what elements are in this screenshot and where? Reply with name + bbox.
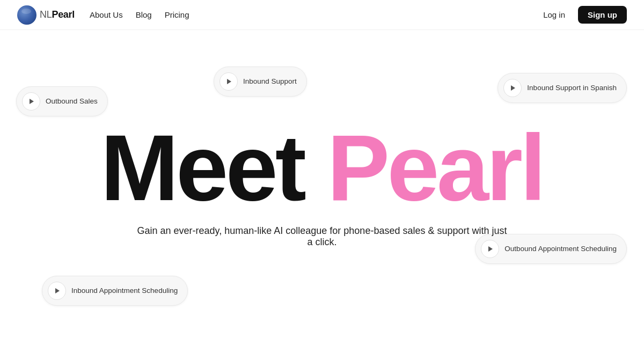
svg-marker-0 — [30, 99, 34, 104]
play-icon-inbound-appt — [48, 282, 66, 300]
pill-inbound-support[interactable]: Inbound Support — [214, 67, 307, 97]
pill-label-outbound-appt: Outbound Appointment Scheduling — [504, 244, 617, 254]
svg-marker-4 — [55, 288, 60, 293]
logo-globe-icon — [17, 5, 36, 25]
pill-inbound-support-spanish[interactable]: Inbound Support in Spanish — [497, 73, 627, 103]
navbar: NLPearl About Us Blog Pricing Log in Sig… — [0, 0, 644, 30]
play-icon-outbound-sales — [22, 92, 40, 111]
pill-outbound-sales[interactable]: Outbound Sales — [16, 86, 108, 116]
nav-links: About Us Blog Pricing — [90, 10, 189, 19]
hero-title: Meet Pearl — [100, 121, 543, 215]
pill-inbound-appt[interactable]: Inbound Appointment Scheduling — [42, 276, 188, 306]
play-icon-inbound-support-spanish — [503, 79, 522, 97]
logo[interactable]: NLPearl — [17, 5, 75, 25]
signup-button[interactable]: Sign up — [578, 6, 627, 24]
hero-title-meet: Meet — [100, 115, 327, 220]
nav-link-pricing[interactable]: Pricing — [165, 10, 189, 19]
hero-subtitle: Gain an ever-ready, human-like AI collea… — [134, 225, 510, 248]
nav-link-blog[interactable]: Blog — [136, 10, 152, 19]
svg-marker-1 — [227, 79, 231, 84]
logo-text: NLPearl — [40, 9, 75, 20]
hero-section: Outbound Sales Inbound Support Inbound S… — [0, 30, 644, 338]
pill-label-inbound-support-spanish: Inbound Support in Spanish — [527, 83, 617, 93]
navbar-right: Log in Sign up — [537, 6, 627, 24]
play-icon-inbound-support — [219, 72, 238, 91]
pill-label-outbound-sales: Outbound Sales — [46, 97, 98, 106]
login-button[interactable]: Log in — [537, 7, 572, 23]
navbar-left: NLPearl About Us Blog Pricing — [17, 5, 189, 25]
nav-link-about[interactable]: About Us — [90, 10, 123, 19]
hero-title-pearl: Pearl — [327, 115, 544, 220]
pill-label-inbound-appt: Inbound Appointment Scheduling — [71, 286, 178, 296]
pill-label-inbound-support: Inbound Support — [243, 77, 297, 86]
svg-marker-2 — [511, 85, 515, 91]
